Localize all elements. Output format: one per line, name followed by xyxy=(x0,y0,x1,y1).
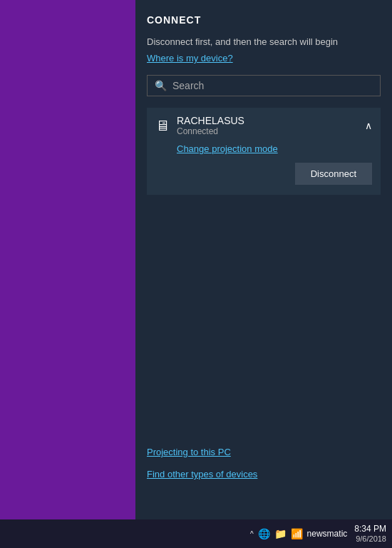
taskbar-time-value: 8:34 PM xyxy=(354,524,386,534)
chevron-up-icon[interactable]: ∧ xyxy=(365,120,372,131)
taskbar-lang-label: newsmatic xyxy=(307,529,348,539)
device-info: RACHELASUS Connected xyxy=(177,115,244,136)
disconnect-button[interactable]: Disconnect xyxy=(295,163,372,185)
taskbar-folder-icon[interactable]: 📁 xyxy=(274,528,287,539)
monitor-icon: 🖥 xyxy=(155,118,170,134)
taskbar-clock[interactable]: 8:34 PM 9/6/2018 xyxy=(354,524,386,544)
taskbar-globe-icon[interactable]: 🌐 xyxy=(258,528,270,539)
device-header-left: 🖥 RACHELASUS Connected xyxy=(155,115,244,136)
search-box[interactable]: 🔍 xyxy=(147,75,381,96)
connect-panel: CONNECT Disconnect first, and then the s… xyxy=(135,0,392,519)
device-status: Connected xyxy=(177,126,244,136)
change-projection-link[interactable]: Change projection mode xyxy=(177,143,372,154)
taskbar-network-icon[interactable]: 📶 xyxy=(291,528,303,539)
taskbar: ^ 🌐 📁 📶 newsmatic 8:34 PM 9/6/2018 xyxy=(0,519,392,548)
bottom-links: Projecting to this PC Find other types o… xyxy=(135,447,392,491)
disconnect-message: Disconnect first, and then the search wi… xyxy=(147,36,381,49)
search-icon: 🔍 xyxy=(155,80,167,91)
device-header: 🖥 RACHELASUS Connected ∧ xyxy=(155,115,372,136)
taskbar-chevron-icon[interactable]: ^ xyxy=(250,530,254,538)
device-item: 🖥 RACHELASUS Connected ∧ Change projecti… xyxy=(147,108,381,195)
device-name: RACHELASUS xyxy=(177,115,244,126)
search-input[interactable] xyxy=(172,80,373,91)
left-panel xyxy=(0,0,135,519)
device-actions: Change projection mode Disconnect xyxy=(155,136,372,188)
where-device-link[interactable]: Where is my device? xyxy=(147,53,381,64)
connect-title: CONNECT xyxy=(147,14,381,26)
find-other-devices-link[interactable]: Find other types of devices xyxy=(147,469,381,480)
taskbar-date-value: 9/6/2018 xyxy=(356,534,386,544)
projecting-to-pc-link[interactable]: Projecting to this PC xyxy=(147,447,381,457)
